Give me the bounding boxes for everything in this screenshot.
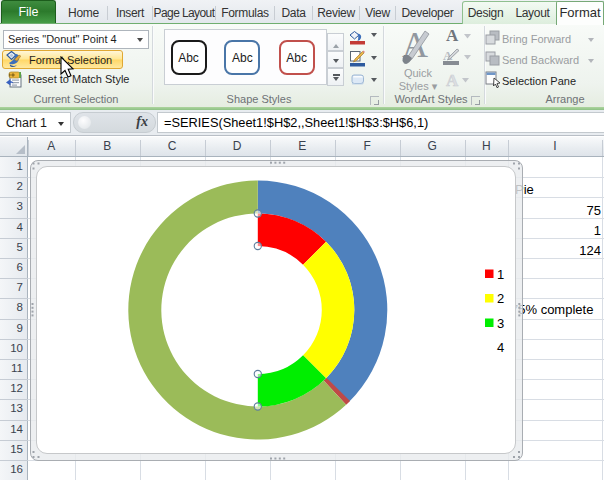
svg-text:A: A (446, 71, 459, 90)
svg-text:A: A (446, 26, 459, 45)
